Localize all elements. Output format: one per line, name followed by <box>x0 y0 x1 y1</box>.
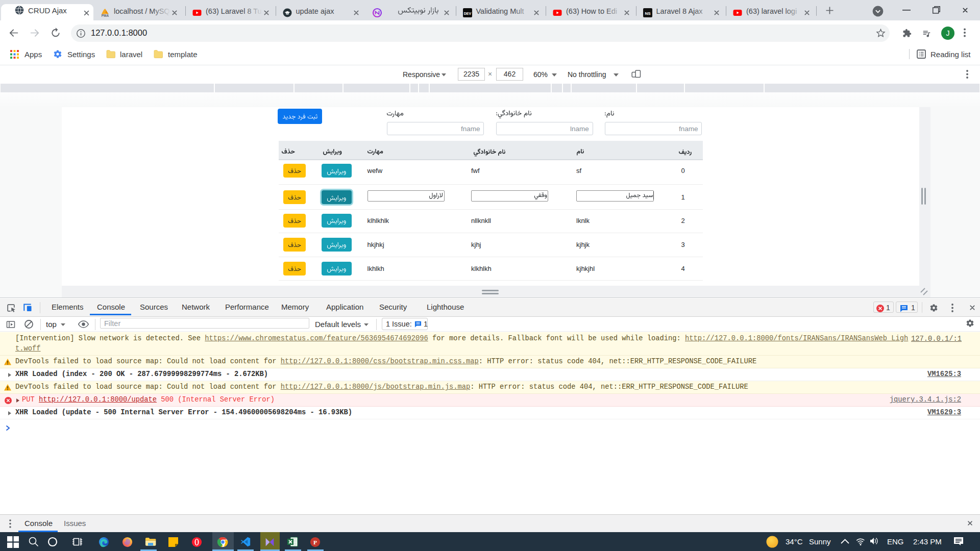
svg-text:P: P <box>313 539 317 545</box>
svg-text:NS: NS <box>645 11 651 16</box>
svg-text:DEV: DEV <box>463 12 471 15</box>
svg-text:PMA: PMA <box>102 14 109 17</box>
